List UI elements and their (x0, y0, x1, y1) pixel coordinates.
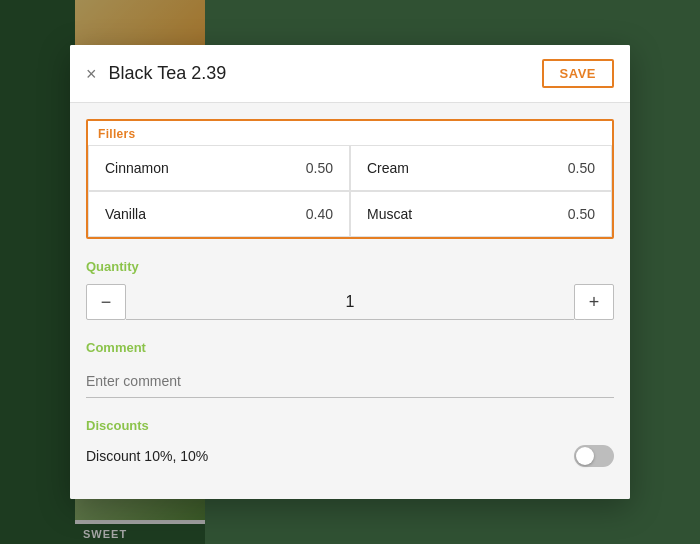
filler-name-vanilla: Vanilla (105, 206, 146, 222)
save-button[interactable]: SAVE (542, 59, 614, 88)
quantity-minus-button[interactable]: − (86, 284, 126, 320)
quantity-plus-button[interactable]: + (574, 284, 614, 320)
discount-row-1: Discount 10%, 10% (86, 445, 614, 467)
filler-name-muscat: Muscat (367, 206, 412, 222)
comment-input[interactable] (86, 365, 614, 398)
filler-price-cream: 0.50 (568, 160, 595, 176)
close-icon[interactable]: × (86, 65, 97, 83)
filler-item-muscat[interactable]: Muscat 0.50 (350, 191, 612, 237)
filler-item-vanilla[interactable]: Vanilla 0.40 (88, 191, 350, 237)
modal-header: × Black Tea 2.39 SAVE (70, 45, 630, 103)
comment-section: Comment (86, 340, 614, 398)
toggle-knob-1 (576, 447, 594, 465)
comment-label: Comment (86, 340, 614, 355)
filler-price-muscat: 0.50 (568, 206, 595, 222)
modal-overlay: × Black Tea 2.39 SAVE Fillers Cinnamon 0… (0, 0, 700, 544)
filler-name-cream: Cream (367, 160, 409, 176)
filler-name-cinnamon: Cinnamon (105, 160, 169, 176)
filler-price-cinnamon: 0.50 (306, 160, 333, 176)
modal-title: Black Tea 2.39 (109, 63, 227, 84)
quantity-control: − + (86, 284, 614, 320)
discounts-section: Discounts Discount 10%, 10% (86, 418, 614, 467)
quantity-section: Quantity − + (86, 259, 614, 320)
fillers-label: Fillers (88, 121, 612, 145)
fillers-section: Fillers Cinnamon 0.50 Cream 0.50 Vanilla… (86, 119, 614, 239)
discount-toggle-1[interactable] (574, 445, 614, 467)
modal-body: Fillers Cinnamon 0.50 Cream 0.50 Vanilla… (70, 103, 630, 499)
quantity-label: Quantity (86, 259, 614, 274)
fillers-grid: Cinnamon 0.50 Cream 0.50 Vanilla 0.40 Mu… (88, 145, 612, 237)
modal-dialog: × Black Tea 2.39 SAVE Fillers Cinnamon 0… (70, 45, 630, 499)
quantity-input[interactable] (126, 285, 574, 320)
filler-item-cinnamon[interactable]: Cinnamon 0.50 (88, 145, 350, 191)
filler-item-cream[interactable]: Cream 0.50 (350, 145, 612, 191)
filler-price-vanilla: 0.40 (306, 206, 333, 222)
discount-name-1: Discount 10%, 10% (86, 448, 208, 464)
discounts-label: Discounts (86, 418, 614, 433)
modal-header-left: × Black Tea 2.39 (86, 63, 226, 84)
